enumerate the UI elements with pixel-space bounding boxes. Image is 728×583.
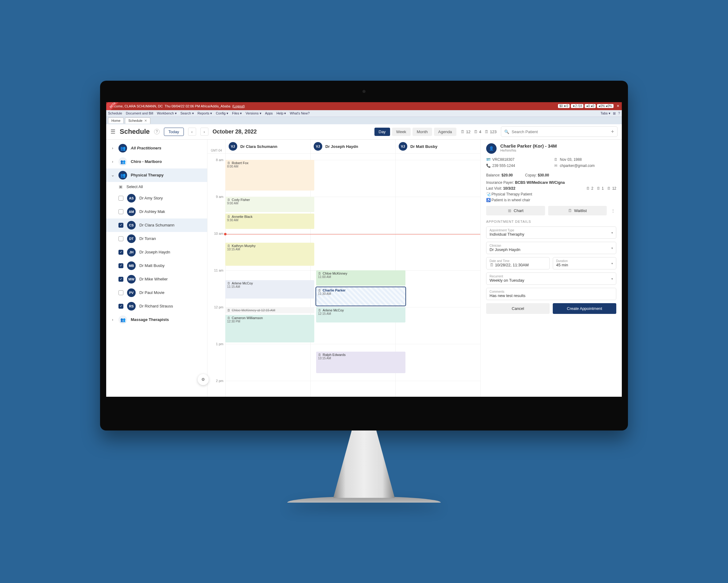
checkbox[interactable]: ✓ [119,263,123,268]
appointment-name: Robert Fox [232,161,248,165]
chart-button[interactable]: ⊞Chart [486,206,545,215]
appointment-block[interactable]: 🗓Cameron Williamson12:30 PM [225,315,314,342]
view-day-button[interactable]: Day [374,128,390,136]
banner-close-icon[interactable]: ✕ [617,104,619,108]
menu-help[interactable]: Help ▾ [277,111,286,115]
group-icon: 👥 [119,171,127,180]
tab-close-icon[interactable]: ✕ [144,119,147,123]
checkbox[interactable] [119,196,123,201]
practitioner-row[interactable]: ✓ JH Dr Joseph Haydn [106,245,207,259]
appointment-block[interactable]: 🗓Ralph Edwards13:15 AM [316,352,405,373]
calendar-icon: 🗓 [318,353,321,356]
menu-apps[interactable]: Apps [265,111,273,115]
tab-schedule[interactable]: Schedule ✕ [125,117,150,124]
practitioner-row[interactable]: PV Dr Paul Movie [106,286,207,299]
appointment-block[interactable]: 🗓Chloe McKinney at 12:15 AM [225,307,314,313]
clinician-field[interactable]: Clinician Dr Joseph Haydn ▾ [486,242,616,254]
checkbox[interactable] [119,236,123,241]
add-patient-icon[interactable]: + [611,129,614,135]
appointment-block[interactable]: 🗓Kathryn Murphy10:15 AM [225,243,314,266]
sidebar-massage[interactable]: › 👥 Massage Therapists [106,313,207,326]
appointment-block[interactable]: 🗓Charlie Parker11:30 AM [316,287,405,306]
sidebar-all-practitioners[interactable]: › 👥 All Practitioners [106,141,207,155]
practitioner-row[interactable]: DT Dr Torran [106,232,207,245]
patient-tag-1: Physical Therapy Patient [491,192,532,196]
more-menu-button[interactable]: ⋮ [610,206,616,215]
appointment-name: Arlene McCoy [322,308,344,312]
practitioner-row[interactable]: ✓ RS Dr Richard Strauss [106,299,207,313]
menubar-close-icon[interactable]: ⊠ [613,111,616,115]
appointment-block[interactable]: 🗓Arlene McCoy12:15 AM [316,307,405,322]
menu-files[interactable]: Files ▾ [232,111,242,115]
chevron-down-icon: ⌄ [110,173,115,177]
comments-field[interactable]: Comments Has new test results [486,288,616,300]
next-day-button[interactable]: › [201,128,208,136]
patient-email: chparker@gmail.com [560,163,595,168]
patient-search[interactable]: 🔍 + [501,126,618,137]
create-appointment-button[interactable]: Create Appointment [553,303,616,314]
menu-workbench[interactable]: Workbench ▾ [157,111,177,115]
menu-reports[interactable]: Reports ▾ [198,111,212,115]
menu-search[interactable]: Search ▾ [180,111,194,115]
field-value: Dr Joseph Haydn [490,247,613,252]
wheelchair-icon: ♿ [486,198,490,202]
appointment-type-field[interactable]: Appointment Type Individual Theraphy ▾ [486,227,616,239]
menu-schedule[interactable]: Schedule [108,111,122,115]
sidebar-chiro[interactable]: › 👥 Chiro - Marlboro [106,155,207,168]
datetime-field[interactable]: Date and Time 🗓 10/28/22, 11:30AM [486,257,550,269]
checkbox[interactable]: ✓ [119,304,123,309]
practitioner-row[interactable]: ✓ MB Dr Matt Busby [106,259,207,272]
help-icon[interactable]: ? [154,129,160,134]
banner-datetime: Thu 08/04/22 02:06 PM Africa/Addis_Ababa [165,104,231,108]
search-input[interactable] [512,130,608,134]
appointment-time: 8:00 AM [227,165,312,168]
appointment-block[interactable]: 🗓Cody Fisher9:00 AM [225,197,314,212]
search-icon: 🔍 [504,130,509,134]
hamburger-icon[interactable]: ☰ [110,128,115,135]
sidebar-physical-therapy[interactable]: ⌄ 👥 Physical Therapy [106,168,207,182]
menu-whatsnew[interactable]: What's New? [290,111,309,115]
sidebar-chiro-label: Chiro - Marlboro [131,159,162,164]
today-button[interactable]: Today [164,128,184,136]
checkbox[interactable] [119,209,123,214]
appointment-block[interactable]: 🗓Arlene McCoy11:15 AM [225,280,314,298]
appointment-block[interactable]: 🗓Robert Fox8:00 AM [225,160,314,190]
appointment-block[interactable]: 🗓Annette Black9:30 AM [225,214,314,229]
practitioner-row[interactable]: AM Dr Ashley Mak [106,205,207,218]
checkbox[interactable]: ✓ [119,277,123,282]
appointment-time: 13:15 AM [318,356,403,360]
waitlist-button[interactable]: 🗓Waitlist [548,206,607,215]
menu-versions[interactable]: Versions ▾ [245,111,261,115]
avatar: MB [127,261,136,270]
cancel-button[interactable]: Cancel [486,303,550,314]
checkbox[interactable]: ✓ [119,223,123,228]
appointment-block[interactable]: 🗓Chloe McKinney11:00 AM [316,270,405,286]
prev-day-button[interactable]: ‹ [188,128,196,136]
practitioner-row[interactable]: ✓ MW Dr Mike Wheller [106,272,207,286]
menu-tabs[interactable]: Tabs ▾ [601,111,610,115]
settings-gear-button[interactable]: ⚙ [198,374,207,385]
practitioner-row[interactable]: ✓ CS Dr Clara Schumann [106,218,207,232]
menu-document-bill[interactable]: Document and Bill [126,111,153,115]
duration-field[interactable]: Duration 45 min ▾ [553,257,616,269]
checkbox[interactable] [119,290,123,295]
checkbox[interactable]: ✓ [119,250,123,255]
select-all-icon: ▣ [119,184,123,189]
menubar-help-icon[interactable]: ? [618,111,620,115]
tab-home[interactable]: Home [108,117,124,123]
view-agenda-button[interactable]: Agenda [434,128,457,136]
column-head-2: VJ Dr Matt Busby [395,140,480,153]
select-all-row[interactable]: ▣ Select All [106,182,207,191]
app-banner: BETA Welcome, CLARA SCHUMANN, DC Thu 08/… [106,102,622,110]
chart-button-label: Chart [514,208,524,213]
appointment-name: Cody Fisher [232,198,250,202]
view-week-button[interactable]: Week [392,128,411,136]
toolbar: ☰ Schedule ? Today ‹ › October 28, 2022 … [106,124,622,140]
menu-config[interactable]: Config ▾ [216,111,228,115]
practitioner-row[interactable]: AS Dr Amy Story [106,191,207,205]
logout-link[interactable]: (Logout) [232,104,245,108]
recurrent-field[interactable]: Recurrent Weekly on Tuesday ▾ [486,272,616,285]
field-label: Appointment Type [490,229,613,232]
field-value: Weekly on Tuesday [490,278,613,283]
view-month-button[interactable]: Month [413,128,432,136]
